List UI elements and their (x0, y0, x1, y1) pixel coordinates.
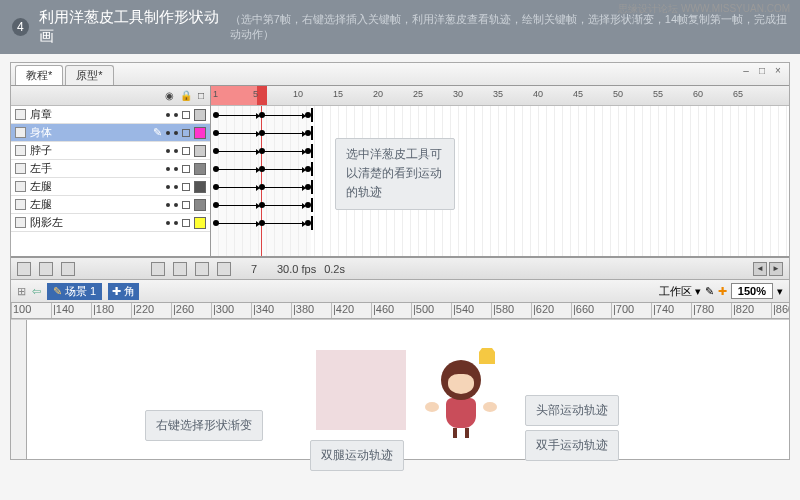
ruler-tick: 1 (211, 86, 251, 105)
shape-tween[interactable] (217, 205, 257, 206)
symbol-crumb[interactable]: ✚ 角 (108, 283, 139, 300)
layer-lock[interactable] (182, 111, 190, 119)
layer-row[interactable]: 阴影左 (11, 214, 210, 232)
ruler-tick: |780 (691, 303, 731, 318)
current-frame: 7 (239, 263, 269, 275)
frame-end (311, 144, 313, 158)
shape-tween[interactable] (217, 169, 257, 170)
frame-end (311, 162, 313, 176)
layer-row[interactable]: 肩章 (11, 106, 210, 124)
shape-tween[interactable] (263, 169, 303, 170)
callout-legs-track: 双腿运动轨迹 (310, 440, 404, 471)
keyframe-row[interactable] (211, 214, 789, 232)
new-layer-icon[interactable] (17, 262, 31, 276)
layer-lock[interactable] (182, 201, 190, 209)
keyframe-row[interactable] (211, 106, 789, 124)
scene-crumb[interactable]: ✎ 场景 1 (47, 283, 102, 300)
layer-name: 左腿 (30, 197, 162, 212)
ruler-tick: |860 (771, 303, 789, 318)
ruler-tick: |460 (371, 303, 411, 318)
workarea-label[interactable]: 工作区 ▾ (659, 284, 701, 299)
keyframe-row[interactable] (211, 142, 789, 160)
stage[interactable] (11, 319, 789, 459)
layer-row[interactable]: 身体 ✎ (11, 124, 210, 142)
layer-color[interactable] (194, 163, 206, 175)
shape-tween[interactable] (263, 151, 303, 152)
layer-lock[interactable] (182, 219, 190, 227)
shape-tween[interactable] (217, 133, 257, 134)
ruler-tick: 5 (251, 86, 291, 105)
edit-bar-icon[interactable]: ⊞ (17, 285, 26, 298)
minimize-icon[interactable]: – (741, 67, 751, 77)
callout-hands-track: 双手运动轨迹 (525, 430, 619, 461)
time-display: 0.2s (324, 263, 345, 275)
edit-scene-icon[interactable]: ✎ (705, 285, 714, 298)
layer-color[interactable] (194, 145, 206, 157)
scroll-left-icon[interactable]: ◄ (753, 262, 767, 276)
zoom-input[interactable]: 150% (731, 283, 773, 299)
keyframe-row[interactable] (211, 196, 789, 214)
shape-tween[interactable] (263, 187, 303, 188)
layer-color[interactable] (194, 181, 206, 193)
scroll-right-icon[interactable]: ► (769, 262, 783, 276)
lock-icon[interactable]: 🔒 (180, 90, 192, 101)
layer-color[interactable] (194, 217, 206, 229)
layer-color[interactable] (194, 199, 206, 211)
ruler-tick: 50 (611, 86, 651, 105)
ruler-tick: 35 (491, 86, 531, 105)
onion-outline-icon[interactable] (195, 262, 209, 276)
layer-color[interactable] (194, 127, 206, 139)
layer-name: 阴影左 (30, 215, 162, 230)
delete-layer-icon[interactable] (61, 262, 75, 276)
layer-row[interactable]: 脖子 (11, 142, 210, 160)
shape-tween[interactable] (263, 205, 303, 206)
layer-lock[interactable] (182, 183, 190, 191)
layer-row[interactable]: 左手 (11, 160, 210, 178)
visibility-icon[interactable]: ◉ (165, 90, 174, 101)
ruler-tick: 60 (691, 86, 731, 105)
frames-area: 15101520253035404550556065 (211, 86, 789, 256)
layer-lock[interactable] (182, 165, 190, 173)
shape-tween[interactable] (217, 151, 257, 152)
frame-grid[interactable] (211, 106, 789, 256)
ruler-tick: |540 (451, 303, 491, 318)
layer-color[interactable] (194, 109, 206, 121)
back-icon[interactable]: ⇦ (32, 285, 41, 298)
frame-end (311, 216, 313, 230)
ruler-tick: |140 (51, 303, 91, 318)
layer-icon (15, 109, 26, 120)
frame-ruler[interactable]: 15101520253035404550556065 (211, 86, 789, 106)
edit-multiple-icon[interactable] (217, 262, 231, 276)
layer-lock[interactable] (182, 129, 190, 137)
keyframe-row[interactable] (211, 178, 789, 196)
new-folder-icon[interactable] (39, 262, 53, 276)
ruler-tick: 30 (451, 86, 491, 105)
shape-tween[interactable] (263, 223, 303, 224)
shape-tween[interactable] (263, 133, 303, 134)
step-number: 4 (12, 18, 29, 36)
wing-left (425, 402, 439, 412)
layer-row[interactable]: 左腿 (11, 196, 210, 214)
layer-row[interactable]: 左腿 (11, 178, 210, 196)
outline-icon[interactable]: □ (198, 90, 204, 101)
close-icon[interactable]: × (773, 67, 783, 77)
maximize-icon[interactable]: □ (757, 67, 767, 77)
ruler-tick: |660 (571, 303, 611, 318)
tab-tutorial[interactable]: 教程* (15, 65, 63, 85)
callout-shape-tween: 右键选择形状渐变 (145, 410, 263, 441)
layer-lock[interactable] (182, 147, 190, 155)
ruler-tick: |700 (611, 303, 651, 318)
center-frame-icon[interactable] (151, 262, 165, 276)
tab-prototype[interactable]: 原型* (65, 65, 113, 85)
keyframe-row[interactable] (211, 160, 789, 178)
shape-tween[interactable] (263, 115, 303, 116)
shape-tween[interactable] (217, 187, 257, 188)
character[interactable] (431, 360, 491, 440)
shape-tween[interactable] (217, 115, 257, 116)
ruler-tick: |180 (91, 303, 131, 318)
zoom-dropdown-icon[interactable]: ▾ (777, 285, 783, 298)
keyframe-row[interactable] (211, 124, 789, 142)
onion-skin-icon[interactable] (173, 262, 187, 276)
edit-symbol-icon[interactable]: ✚ (718, 285, 727, 298)
shape-tween[interactable] (217, 223, 257, 224)
